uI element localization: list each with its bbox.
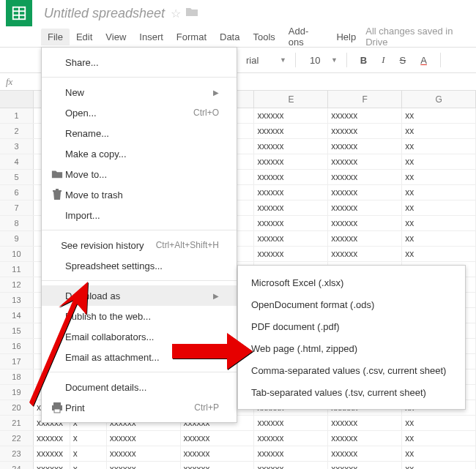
cell[interactable]: xx [402, 124, 476, 138]
cell[interactable]: xx [402, 185, 476, 200]
menu-item-see-revision-history[interactable]: See revision historyCtrl+Alt+Shift+H [42, 235, 237, 255]
menu-item-email-collaborators[interactable]: Email collaborators... [42, 326, 237, 347]
cell[interactable]: x [70, 431, 107, 446]
cell[interactable]: xxxxxx [181, 431, 255, 446]
cell[interactable]: xxxxxx [328, 139, 402, 154]
row-header[interactable]: 15 [0, 323, 34, 338]
cell[interactable]: xxxxxx [254, 124, 328, 138]
cell[interactable]: xx [402, 154, 476, 169]
cell[interactable]: xx [402, 170, 476, 184]
row-header[interactable]: 10 [0, 247, 34, 261]
cell[interactable]: xxxxxx [328, 216, 402, 230]
submenu-item-pdf-document-pdf[interactable]: PDF document (.pdf) [238, 315, 465, 337]
font-size-select[interactable]: 10 [305, 53, 325, 68]
cell[interactable]: x [70, 446, 107, 461]
row-header[interactable]: 22 [0, 431, 34, 446]
cell[interactable]: xxxxxx [328, 124, 402, 138]
cell[interactable]: xxxxxx [328, 431, 402, 446]
row-header[interactable]: 1 [0, 108, 34, 123]
cell[interactable]: xxxxxx [34, 462, 70, 469]
cell[interactable]: x [70, 462, 107, 469]
row-header[interactable]: 21 [0, 416, 34, 430]
strikethrough-button[interactable]: S [395, 53, 411, 67]
submenu-item-tab-separated-values-tsv-current-sheet[interactable]: Tab-separated values (.tsv, current shee… [238, 381, 465, 403]
row-header[interactable]: 5 [0, 170, 34, 184]
col-header-G[interactable]: G [402, 91, 476, 108]
cell[interactable]: xxxxxx [328, 154, 402, 169]
cell[interactable]: xxxxxx [107, 462, 181, 469]
italic-button[interactable]: I [377, 53, 389, 67]
menu-item-publish-to-the-web[interactable]: Publish to the web... [42, 306, 237, 326]
menu-item-import[interactable]: Import... [42, 205, 237, 225]
move-folder-icon[interactable] [185, 7, 198, 20]
cell[interactable]: xxxxxx [254, 247, 328, 261]
cell[interactable]: xxxxxx [107, 446, 181, 461]
row-header[interactable]: 20 [0, 400, 34, 415]
row-header[interactable]: 2 [0, 124, 34, 138]
cell[interactable]: xxxxxx [254, 216, 328, 230]
menu-item-share[interactable]: Share... [42, 52, 237, 72]
row-header[interactable]: 13 [0, 293, 34, 307]
col-header-F[interactable]: F [328, 91, 402, 108]
row-header[interactable]: 23 [0, 446, 34, 461]
cell[interactable]: xxxxxx [328, 170, 402, 184]
menu-item-document-details[interactable]: Document details... [42, 377, 237, 397]
cell[interactable]: xxxxxx [254, 139, 328, 154]
menu-data[interactable]: Data [213, 29, 246, 45]
star-icon[interactable]: ☆ [171, 7, 181, 20]
bold-button[interactable]: B [356, 53, 371, 67]
cell[interactable]: xxxxxx [254, 446, 328, 461]
row-header[interactable]: 17 [0, 354, 34, 369]
cell[interactable]: xxxxxx [254, 462, 328, 469]
cell[interactable]: xxxxxx [254, 231, 328, 246]
row-header[interactable]: 16 [0, 339, 34, 353]
cell[interactable]: xx [402, 231, 476, 246]
select-all-corner[interactable] [0, 91, 34, 108]
menu-file[interactable]: File [41, 29, 70, 45]
submenu-item-opendocument-format-ods[interactable]: OpenDocument format (.ods) [238, 293, 465, 315]
cell[interactable]: xxxxxx [107, 431, 181, 446]
fill-color-button[interactable] [450, 53, 458, 67]
cell[interactable]: xxxxxx [254, 154, 328, 169]
cell[interactable]: xxxxxx [181, 462, 255, 469]
menu-format[interactable]: Format [170, 29, 213, 45]
row-header[interactable]: 6 [0, 185, 34, 200]
cell[interactable]: xxxxxx [328, 200, 402, 215]
menu-item-move-to[interactable]: Move to... [42, 164, 237, 184]
cell[interactable]: xxxxxx [328, 108, 402, 123]
row-header[interactable]: 18 [0, 369, 34, 384]
menu-tools[interactable]: Tools [246, 29, 281, 45]
cell[interactable]: xx [402, 462, 476, 469]
cell[interactable]: xx [402, 446, 476, 461]
menu-edit[interactable]: Edit [70, 29, 99, 45]
menu-item-email-as-attachment[interactable]: Email as attachment... [42, 347, 237, 367]
menu-item-new[interactable]: New▶ [42, 82, 237, 102]
cell[interactable]: xxxxxx [254, 416, 328, 430]
submenu-item-comma-separated-values-csv-current-sheet[interactable]: Comma-separated values (.csv, current sh… [238, 359, 465, 381]
menu-item-make-a-copy[interactable]: Make a copy... [42, 143, 237, 164]
submenu-item-web-page-html-zipped[interactable]: Web page (.html, zipped) [238, 337, 465, 359]
cell[interactable]: xxxxxx [34, 446, 70, 461]
cell[interactable]: xxxxxx [328, 462, 402, 469]
cell[interactable]: xx [402, 431, 476, 446]
row-header[interactable]: 7 [0, 200, 34, 215]
menu-item-spreadsheet-settings[interactable]: Spreadsheet settings... [42, 255, 237, 276]
cell[interactable]: xxxxxx [328, 416, 402, 430]
cell[interactable]: xxxxxx [328, 185, 402, 200]
cell[interactable]: xx [402, 416, 476, 430]
cell[interactable]: xx [402, 216, 476, 230]
row-header[interactable]: 4 [0, 154, 34, 169]
menu-help[interactable]: Help [330, 29, 362, 45]
submenu-item-microsoft-excel-xlsx[interactable]: Microsoft Excel (.xlsx) [238, 271, 465, 293]
cell[interactable]: xxxxxx [328, 247, 402, 261]
cell[interactable]: xxxxxx [254, 170, 328, 184]
menu-item-move-to-trash[interactable]: Move to trash [42, 184, 237, 205]
row-header[interactable]: 9 [0, 231, 34, 246]
col-header-E[interactable]: E [254, 91, 328, 108]
document-title[interactable]: Untitled spreadsheet [44, 6, 165, 21]
menu-add-ons[interactable]: Add-ons [282, 23, 330, 50]
menu-item-download-as[interactable]: Download as▶ [42, 285, 237, 306]
row-header[interactable]: 8 [0, 216, 34, 230]
cell[interactable]: xx [402, 200, 476, 215]
menu-item-open[interactable]: Open...Ctrl+O [42, 102, 237, 123]
